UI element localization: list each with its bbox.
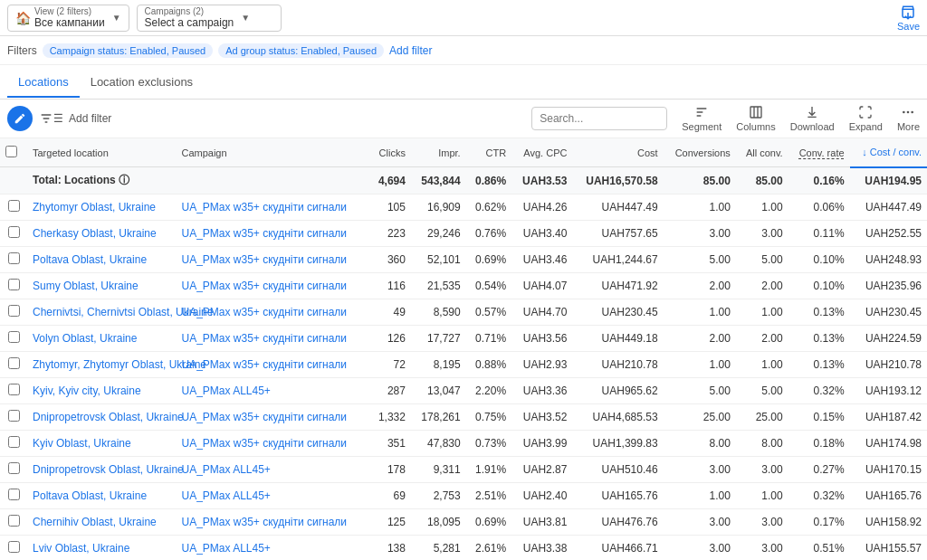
campaign-link[interactable]: UA_PMax w35+ скудніти сигнали [181,332,347,345]
save-button[interactable]: Save [897,5,920,32]
row-checkbox[interactable] [0,457,27,483]
filter-tag-campaign-status[interactable]: Campaign status: Enabled, Paused [43,43,213,58]
row-checkbox-input[interactable] [8,200,20,212]
location-link[interactable]: Poltava Oblast, Ukraine [33,253,147,266]
row-checkbox[interactable] [0,195,27,221]
location-link[interactable]: Chernihiv Oblast, Ukraine [33,516,157,528]
columns-button[interactable]: Columns [736,105,775,132]
campaign-link[interactable]: UA_PMax ALL45+ [181,384,270,397]
campaign-link[interactable]: UA_PMax w35+ скудніти сигнали [181,516,347,528]
campaign-link[interactable]: UA_PMax w35+ скудніти сигнали [181,306,347,318]
row-checkbox-input[interactable] [8,515,20,527]
campaign-link[interactable]: UA_PMax w35+ скудніти сигнали [181,280,347,292]
row-campaign[interactable]: UA_PMax w35+ скудніти сигнали [176,509,368,536]
col-impr[interactable]: Impr. [411,138,466,167]
location-link[interactable]: Cherkasy Oblast, Ukraine [33,227,157,240]
location-link[interactable]: Sumy Oblast, Ukraine [33,280,139,292]
row-campaign[interactable]: UA_PMax w35+ скудніти сигнали [176,404,368,431]
row-checkbox[interactable] [0,536,27,561]
col-clicks[interactable]: Clicks [369,138,411,167]
row-location[interactable]: Dnipropetrovsk Oblast, Ukraine [27,457,176,483]
row-campaign[interactable]: UA_PMax ALL45+ [176,457,368,483]
row-checkbox-input[interactable] [8,384,20,395]
expand-button[interactable]: Expand [849,105,883,132]
location-link[interactable]: Dnipropetrovsk Oblast, Ukraine [33,463,184,476]
edit-button[interactable] [7,106,33,131]
col-conv-rate[interactable]: Conv. rate [788,138,850,167]
row-campaign[interactable]: UA_PMax ALL45+ [176,378,368,404]
row-campaign[interactable]: UA_PMax w35+ скудніти сигнали [176,221,368,247]
campaign-link[interactable]: UA_PMax w35+ скудніти сигнали [181,437,347,450]
row-checkbox-input[interactable] [8,252,20,264]
row-checkbox[interactable] [0,483,27,509]
row-checkbox[interactable] [0,299,27,326]
campaign-link[interactable]: UA_PMax w35+ скудніти сигнали [181,411,347,423]
row-checkbox[interactable] [0,509,27,536]
row-location[interactable]: Zhytomyr, Zhytomyr Oblast, Ukraine [27,352,176,378]
row-location[interactable]: Dnipropetrovsk Oblast, Ukraine [27,404,176,431]
campaign-link[interactable]: UA_PMax w35+ скудніти сигнали [181,227,347,240]
campaign-link[interactable]: UA_PMax ALL45+ [181,489,270,502]
row-location[interactable]: Kyiv Oblast, Ukraine [27,431,176,457]
campaign-link[interactable]: UA_PMax w35+ скудніти сигнали [181,201,347,214]
row-campaign[interactable]: UA_PMax ALL45+ [176,536,368,561]
location-link[interactable]: Dnipropetrovsk Oblast, Ukraine [33,411,184,423]
segment-button[interactable]: Segment [682,105,722,132]
col-ctr[interactable]: CTR [466,138,511,167]
row-location[interactable]: Kyiv, Kyiv city, Ukraine [27,378,176,404]
col-avg-cpc[interactable]: Avg. CPC [511,138,572,167]
col-cost[interactable]: Cost [572,138,663,167]
row-checkbox-input[interactable] [8,357,20,369]
row-campaign[interactable]: UA_PMax w35+ скудніти сигнали [176,431,368,457]
row-checkbox-input[interactable] [8,410,20,422]
location-link[interactable]: Kyiv Oblast, Ukraine [33,437,131,450]
filter-tag-adgroup-status[interactable]: Ad group status: Enabled, Paused [218,43,384,58]
row-campaign[interactable]: UA_PMax w35+ скудніти сигнали [176,299,368,326]
col-campaign[interactable]: Campaign [176,138,368,167]
location-link[interactable]: Poltava Oblast, Ukraine [33,489,147,502]
row-campaign[interactable]: UA_PMax w35+ скудніти сигнали [176,195,368,221]
tab-locations[interactable]: Locations [7,68,80,98]
row-campaign[interactable]: UA_PMax w35+ скудніти сигнали [176,273,368,299]
filter-icon-button[interactable]: ☰ [38,106,63,131]
campaign-selector[interactable]: Campaigns (2) Select a campaign ▼ [137,5,282,32]
row-checkbox-input[interactable] [8,462,20,474]
col-targeted-location[interactable]: Targeted location [27,138,176,167]
campaign-link[interactable]: UA_PMax ALL45+ [181,463,270,476]
col-checkbox[interactable] [0,138,27,167]
row-checkbox[interactable] [0,378,27,404]
row-location[interactable]: Poltava Oblast, Ukraine [27,483,176,509]
row-checkbox[interactable] [0,326,27,352]
row-location[interactable]: Zhytomyr Oblast, Ukraine [27,195,176,221]
row-campaign[interactable]: UA_PMax w35+ скудніти сигнали [176,247,368,273]
row-location[interactable]: Chernivtsi, Chernivtsi Oblast, Ukraine [27,299,176,326]
location-link[interactable]: Kyiv, Kyiv city, Ukraine [33,384,141,397]
campaign-link[interactable]: UA_PMax w35+ скудніти сигнали [181,358,347,371]
col-cost-per-conv[interactable]: ↓ Cost / conv. [850,138,927,167]
location-link[interactable]: Lviv Oblast, Ukraine [33,542,129,555]
row-campaign[interactable]: UA_PMax ALL45+ [176,483,368,509]
download-button[interactable]: Download [790,105,835,132]
row-checkbox-input[interactable] [8,489,20,500]
add-filter-button[interactable]: Add filter [69,112,111,125]
row-checkbox[interactable] [0,221,27,247]
row-location[interactable]: Chernihiv Oblast, Ukraine [27,509,176,536]
row-campaign[interactable]: UA_PMax w35+ скудніти сигнали [176,326,368,352]
search-input[interactable] [531,107,667,130]
row-location[interactable]: Lviv Oblast, Ukraine [27,536,176,561]
row-checkbox[interactable] [0,352,27,378]
row-location[interactable]: Cherkasy Oblast, Ukraine [27,221,176,247]
row-location[interactable]: Poltava Oblast, Ukraine [27,247,176,273]
row-checkbox[interactable] [0,247,27,273]
row-checkbox-input[interactable] [8,331,20,343]
col-all-conv[interactable]: All conv. [736,138,788,167]
select-all-checkbox[interactable] [5,146,17,157]
tab-location-exclusions[interactable]: Location exclusions [80,68,204,98]
location-link[interactable]: Zhytomyr, Zhytomyr Oblast, Ukraine [33,358,206,371]
row-checkbox[interactable] [0,273,27,299]
location-link[interactable]: Volyn Oblast, Ukraine [33,332,137,345]
row-checkbox-input[interactable] [8,541,20,553]
row-checkbox-input[interactable] [8,436,20,448]
col-conversions[interactable]: Conversions [664,138,736,167]
row-checkbox-input[interactable] [8,279,20,290]
